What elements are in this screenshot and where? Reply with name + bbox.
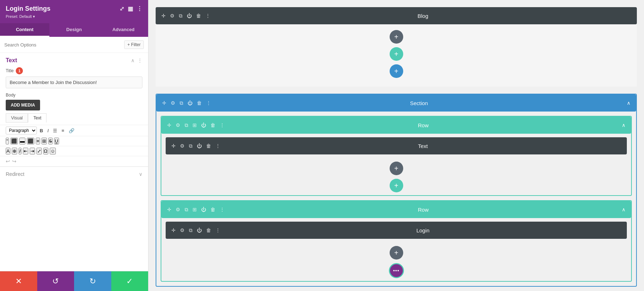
bullet-list-button[interactable]: ☰ bbox=[52, 127, 59, 134]
redirect-section[interactable]: Redirect ∨ bbox=[0, 167, 148, 181]
row2-power-icon[interactable]: ⏻ bbox=[201, 207, 206, 212]
blog-add-gray-button[interactable]: + bbox=[390, 30, 403, 44]
row1-settings-icon[interactable]: ⚙ bbox=[176, 122, 180, 128]
undo-button[interactable]: ↩ bbox=[6, 158, 10, 164]
login-module-bar[interactable]: ✛ ⚙ ⧉ ⏻ 🗑 ⋮ Login bbox=[166, 222, 627, 239]
section-trash-icon[interactable]: 🗑 bbox=[197, 100, 202, 106]
redo-global-button[interactable]: ↻ bbox=[74, 271, 111, 291]
more-icon[interactable]: ⋮ bbox=[137, 5, 142, 12]
row2-columns-icon[interactable]: ⊞ bbox=[192, 207, 197, 212]
row2-add-dots-button[interactable]: ••• bbox=[389, 263, 404, 278]
row1-add-green-button[interactable]: + bbox=[390, 179, 403, 192]
text-power-icon[interactable]: ⏻ bbox=[197, 143, 202, 149]
tab-content[interactable]: Content bbox=[0, 23, 49, 37]
panel-preset[interactable]: Preset: Default ▾ bbox=[6, 14, 142, 23]
blog-copy-icon[interactable]: ⧉ bbox=[179, 13, 182, 19]
emoji-button[interactable]: ☺ bbox=[50, 148, 56, 154]
special-char-button[interactable]: Ω bbox=[43, 148, 48, 154]
underline-button[interactable]: U̲ bbox=[54, 138, 59, 144]
blog-add-blue-button[interactable]: + bbox=[390, 64, 403, 78]
section-bar[interactable]: ✛ ⚙ ⧉ ⏻ 🗑 ⋮ Section ∧ bbox=[156, 94, 636, 112]
login-copy-icon[interactable]: ⧉ bbox=[189, 227, 192, 233]
blog-move-icon[interactable]: ✛ bbox=[161, 13, 166, 19]
row2-settings-icon[interactable]: ⚙ bbox=[176, 207, 180, 212]
blog-trash-icon[interactable]: 🗑 bbox=[196, 13, 201, 19]
section-settings-icon[interactable]: ⚙ bbox=[171, 100, 175, 106]
section-power-icon[interactable]: ⏻ bbox=[187, 100, 192, 106]
expand-icon[interactable]: ⤢ bbox=[119, 5, 124, 12]
bold-button[interactable]: B bbox=[38, 127, 44, 134]
text-settings-icon[interactable]: ⚙ bbox=[180, 143, 185, 149]
italic2-button[interactable]: I bbox=[19, 148, 21, 154]
paste-button[interactable]: ⊕ bbox=[12, 148, 17, 154]
row2-bar[interactable]: ✛ ⚙ ⧉ ⊞ ⏻ 🗑 ⋮ Row ∧ bbox=[161, 201, 631, 218]
grid-icon[interactable]: ▦ bbox=[128, 5, 133, 12]
row1-chevron-icon[interactable]: ∧ bbox=[622, 122, 625, 128]
text-trash-icon[interactable]: 🗑 bbox=[206, 143, 211, 149]
row2-more-icon[interactable]: ⋮ bbox=[220, 207, 225, 212]
blog-power-icon[interactable]: ⏻ bbox=[187, 13, 192, 19]
editor-tab-visual[interactable]: Visual bbox=[6, 113, 28, 123]
table-button[interactable]: ⊞ bbox=[42, 138, 47, 144]
strikethrough-button[interactable]: S̶ bbox=[48, 138, 53, 144]
row1-bar[interactable]: ✛ ⚙ ⧉ ⊞ ⏻ 🗑 ⋮ Row ∧ bbox=[161, 117, 631, 134]
login-move-icon[interactable]: ✛ bbox=[171, 227, 176, 233]
indent-right-button[interactable]: ⇥ bbox=[30, 148, 35, 154]
login-settings-icon[interactable]: ⚙ bbox=[180, 227, 185, 233]
blog-bar[interactable]: ✛ ⚙ ⧉ ⏻ 🗑 ⋮ Blog bbox=[156, 7, 637, 24]
collapse-icon[interactable]: ∧ bbox=[131, 58, 135, 63]
row2-trash-icon[interactable]: 🗑 bbox=[210, 207, 215, 212]
section-more-icon[interactable]: ⋮ bbox=[137, 58, 142, 63]
redo-button[interactable]: ↪ bbox=[12, 158, 16, 164]
login-power-icon[interactable]: ⏻ bbox=[197, 227, 202, 233]
section-copy-icon[interactable]: ⧉ bbox=[180, 100, 183, 106]
save-button[interactable]: ✓ bbox=[111, 271, 148, 291]
editor-tab-text[interactable]: Text bbox=[28, 113, 47, 123]
row1-trash-icon[interactable]: 🗑 bbox=[210, 122, 215, 128]
row2-add-gray-button[interactable]: + bbox=[390, 246, 403, 260]
align-left-button[interactable]: ⬛ bbox=[10, 138, 18, 144]
row1-power-icon[interactable]: ⏻ bbox=[201, 122, 206, 128]
tab-advanced[interactable]: Advanced bbox=[99, 23, 148, 37]
login-trash-icon[interactable]: 🗑 bbox=[206, 227, 211, 233]
search-input[interactable] bbox=[4, 42, 121, 48]
add-media-button[interactable]: ADD MEDIA bbox=[6, 100, 40, 110]
blog-more-icon[interactable]: ⋮ bbox=[205, 13, 210, 19]
link-button[interactable]: 🔗 bbox=[67, 127, 76, 134]
tab-design[interactable]: Design bbox=[49, 23, 99, 37]
blog-settings-icon[interactable]: ⚙ bbox=[170, 13, 175, 19]
text-more-icon[interactable]: ⋮ bbox=[215, 143, 220, 149]
undo-global-button[interactable]: ↺ bbox=[37, 271, 74, 291]
row1-more-icon[interactable]: ⋮ bbox=[220, 122, 225, 128]
fullscreen-button[interactable]: ⤢ bbox=[36, 148, 42, 154]
login-more-icon[interactable]: ⋮ bbox=[215, 227, 220, 233]
quote-button[interactable]: " bbox=[6, 138, 9, 144]
text-section-header: Text ∧ ⋮ bbox=[0, 53, 148, 66]
blog-add-green-button[interactable]: + bbox=[390, 47, 403, 61]
title-input[interactable] bbox=[6, 77, 142, 88]
row2-chevron-icon[interactable]: ∧ bbox=[622, 207, 625, 212]
row1-move-icon[interactable]: ✛ bbox=[167, 122, 171, 128]
row1-columns-icon[interactable]: ⊞ bbox=[192, 122, 197, 128]
indent-left-button[interactable]: ⇤ bbox=[23, 148, 28, 154]
cancel-button[interactable]: ✕ bbox=[0, 271, 37, 291]
text-module-bar[interactable]: ✛ ⚙ ⧉ ⏻ 🗑 ⋮ Text bbox=[166, 137, 627, 154]
row2-move-icon[interactable]: ✛ bbox=[167, 207, 171, 212]
section-chevron-icon[interactable]: ∧ bbox=[627, 100, 630, 106]
section-more-icon[interactable]: ⋮ bbox=[206, 100, 211, 106]
align-center-button[interactable]: ▬ bbox=[19, 138, 25, 144]
justify-button[interactable]: ≡ bbox=[36, 138, 40, 144]
row1-add-gray-button[interactable]: + bbox=[390, 162, 403, 175]
ordered-list-button[interactable]: ≡ bbox=[60, 127, 66, 134]
text-move-icon[interactable]: ✛ bbox=[171, 143, 176, 149]
text-copy-icon[interactable]: ⧉ bbox=[189, 143, 192, 149]
align-right-button[interactable]: ⬛ bbox=[27, 138, 34, 144]
italic-button[interactable]: I bbox=[46, 127, 50, 134]
row2-copy-icon[interactable]: ⧉ bbox=[185, 207, 188, 213]
font-color-button[interactable]: A bbox=[6, 148, 10, 154]
filter-button[interactable]: + Filter bbox=[124, 40, 144, 49]
paragraph-select[interactable]: Paragraph Heading 1 Heading 2 bbox=[6, 127, 37, 134]
row1-copy-icon[interactable]: ⧉ bbox=[185, 122, 188, 128]
section-move-icon[interactable]: ✛ bbox=[162, 100, 166, 106]
login-module-label: Login bbox=[225, 227, 621, 233]
